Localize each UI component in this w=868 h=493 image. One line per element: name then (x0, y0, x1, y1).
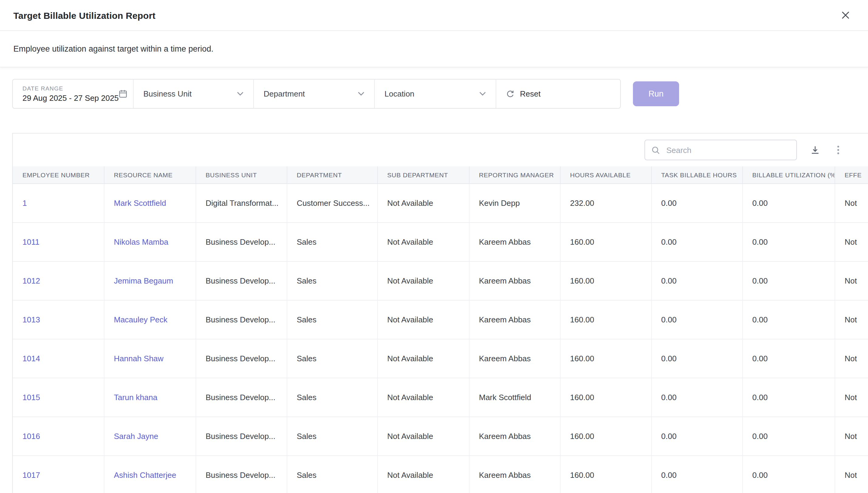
cell-reporting-manager: Mark Scottfield (469, 378, 560, 416)
table-row: 1013 Macauley Peck Business Develop... S… (13, 300, 868, 339)
cell-department: Sales (287, 339, 377, 378)
table-scroll-area[interactable]: EMPLOYEE NUMBER RESOURCE NAME BUSINESS U… (13, 166, 868, 493)
cell-business-unit: Business Develop... (196, 455, 287, 493)
cell-task-billable-hours: 0.00 (651, 222, 742, 261)
resource-name-link[interactable]: Hannah Shaw (114, 353, 163, 363)
cell-reporting-manager: Kevin Depp (469, 184, 560, 222)
cell-employee-number: 1015 (13, 378, 104, 416)
kebab-menu-icon (837, 145, 840, 155)
date-range-filter[interactable]: DATE RANGE 29 Aug 2025 - 27 Sep 2025 (13, 80, 134, 108)
cell-billable-utilization: 0.00 (742, 416, 834, 455)
chevron-down-icon (237, 92, 244, 96)
cell-resource-name: Macauley Peck (104, 300, 196, 339)
cell-employee-number: 1 (13, 184, 104, 222)
cell-employee-number: 1011 (13, 222, 104, 261)
employee-number-link[interactable]: 1014 (22, 353, 40, 363)
resource-name-link[interactable]: Macauley Peck (114, 315, 167, 324)
column-header-resource-name: RESOURCE NAME (104, 166, 196, 184)
report-table-card: EMPLOYEE NUMBER RESOURCE NAME BUSINESS U… (12, 133, 868, 493)
close-icon (840, 10, 851, 21)
column-header-task-billable-hours: TASK BILLABLE HOURS (651, 166, 742, 184)
table-row: 1011 Nikolas Mamba Business Develop... S… (13, 222, 868, 261)
cell-department: Sales (287, 300, 377, 339)
run-button[interactable]: Run (633, 81, 679, 106)
cell-task-billable-hours: 0.00 (651, 455, 742, 493)
cell-billable-utilization: 0.00 (742, 455, 834, 493)
cell-department: Sales (287, 455, 377, 493)
search-input[interactable] (665, 145, 790, 155)
cell-department: Sales (287, 261, 377, 300)
cell-effective: Not (834, 300, 868, 339)
cell-resource-name: Hannah Shaw (104, 339, 196, 378)
more-options-button[interactable] (836, 144, 841, 156)
business-unit-dropdown[interactable]: Business Unit (134, 80, 254, 108)
reset-label: Reset (520, 89, 541, 98)
column-header-effective: EFFE (834, 166, 868, 184)
table-row: 1015 Tarun khana Business Develop... Sal… (13, 378, 868, 416)
location-dropdown-label: Location (384, 89, 414, 98)
cell-sub-department: Not Available (377, 378, 469, 416)
resource-name-link[interactable]: Jemima Begaum (114, 276, 173, 285)
cell-sub-department: Not Available (377, 416, 469, 455)
employee-number-link[interactable]: 1 (22, 198, 27, 207)
cell-reporting-manager: Kareem Abbas (469, 300, 560, 339)
cell-employee-number: 1012 (13, 261, 104, 300)
filter-group: DATE RANGE 29 Aug 2025 - 27 Sep 2025 Bus… (12, 79, 621, 109)
cell-resource-name: Ashish Chatterjee (104, 455, 196, 493)
resource-name-link[interactable]: Sarah Jayne (114, 431, 158, 441)
date-range-label: DATE RANGE (22, 85, 119, 92)
chevron-down-icon (479, 92, 486, 96)
modal-header: Target Billable Utilization Report (0, 0, 868, 31)
location-dropdown[interactable]: Location (375, 80, 496, 108)
cell-business-unit: Business Develop... (196, 416, 287, 455)
cell-effective: Not (834, 455, 868, 493)
table-row: 1012 Jemima Begaum Business Develop... S… (13, 261, 868, 300)
table-row: 1016 Sarah Jayne Business Develop... Sal… (13, 416, 868, 455)
cell-sub-department: Not Available (377, 222, 469, 261)
report-description: Employee utilization against target with… (0, 31, 868, 67)
cell-sub-department: Not Available (377, 261, 469, 300)
cell-sub-department: Not Available (377, 184, 469, 222)
reset-button[interactable]: Reset (496, 80, 620, 108)
cell-department: Sales (287, 378, 377, 416)
calendar-icon (119, 89, 128, 98)
cell-effective: Not (834, 339, 868, 378)
table-row: 1014 Hannah Shaw Business Develop... Sal… (13, 339, 868, 378)
cell-billable-utilization: 0.00 (742, 339, 834, 378)
cell-department: Sales (287, 222, 377, 261)
cell-business-unit: Business Develop... (196, 378, 287, 416)
table-row: 1017 Ashish Chatterjee Business Develop.… (13, 455, 868, 493)
cell-hours-available: 160.00 (560, 339, 651, 378)
resource-name-link[interactable]: Mark Scottfield (114, 198, 166, 207)
search-icon (651, 145, 660, 154)
cell-resource-name: Nikolas Mamba (104, 222, 196, 261)
table-row: 1 Mark Scottfield Digital Transformat...… (13, 184, 868, 222)
employee-number-link[interactable]: 1013 (22, 315, 40, 324)
column-header-billable-utilization: BILLABLE UTILIZATION (%) (742, 166, 834, 184)
cell-resource-name: Mark Scottfield (104, 184, 196, 222)
table-header-row: EMPLOYEE NUMBER RESOURCE NAME BUSINESS U… (13, 166, 868, 184)
employee-number-link[interactable]: 1011 (22, 237, 40, 246)
cell-effective: Not (834, 261, 868, 300)
employee-number-link[interactable]: 1016 (22, 431, 40, 441)
department-dropdown-label: Department (263, 89, 305, 98)
table-body: 1 Mark Scottfield Digital Transformat...… (13, 184, 868, 493)
cell-billable-utilization: 0.00 (742, 222, 834, 261)
resource-name-link[interactable]: Nikolas Mamba (114, 237, 168, 246)
resource-name-link[interactable]: Tarun khana (114, 392, 157, 402)
employee-number-link[interactable]: 1012 (22, 276, 40, 285)
cell-business-unit: Business Develop... (196, 300, 287, 339)
filter-bar: DATE RANGE 29 Aug 2025 - 27 Sep 2025 Bus… (12, 79, 856, 109)
column-header-business-unit: BUSINESS UNIT (196, 166, 287, 184)
cell-hours-available: 160.00 (560, 222, 651, 261)
cell-hours-available: 160.00 (560, 300, 651, 339)
date-range-value: 29 Aug 2025 - 27 Sep 2025 (22, 93, 119, 103)
column-header-sub-department: SUB DEPARTMENT (377, 166, 469, 184)
employee-number-link[interactable]: 1015 (22, 392, 40, 402)
download-button[interactable] (809, 144, 821, 156)
cell-employee-number: 1013 (13, 300, 104, 339)
department-dropdown[interactable]: Department (254, 80, 375, 108)
resource-name-link[interactable]: Ashish Chatterjee (114, 470, 176, 479)
employee-number-link[interactable]: 1017 (22, 470, 40, 479)
close-button[interactable] (838, 7, 853, 23)
